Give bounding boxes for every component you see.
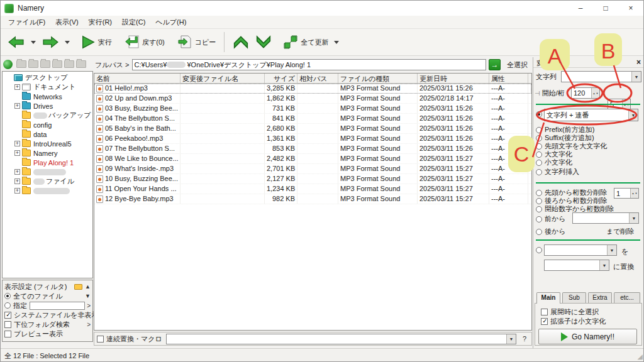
tree-item[interactable]: Networks xyxy=(3,92,92,101)
radio-capitalize[interactable] xyxy=(536,143,542,150)
tree-item[interactable]: +ファイル xyxy=(3,177,92,186)
help-button[interactable]: ? xyxy=(520,335,529,343)
expand-icon[interactable]: + xyxy=(14,103,20,109)
search-subfolders-option[interactable]: 下位フォルダ検索 > xyxy=(4,320,91,329)
hide-system-files-checkbox[interactable] xyxy=(4,312,11,319)
radio-uppercase[interactable] xyxy=(536,151,542,158)
menu-run[interactable]: 実行(R) xyxy=(84,16,117,29)
option-insert-string[interactable]: 文字列挿入 xyxy=(536,167,579,177)
file-row[interactable]: 01 Hello!.mp33,285 KBMP3 Format Sound202… xyxy=(94,84,531,94)
update-all-button[interactable]: 全て更新 xyxy=(280,33,331,51)
preview-option[interactable]: プレビュー表示 xyxy=(4,329,91,338)
column-name[interactable]: 名前 xyxy=(94,74,180,83)
radio-delete-from-start[interactable] xyxy=(536,190,542,196)
tree-item[interactable]: +ドキュメント xyxy=(3,82,92,92)
file-row[interactable]: 03 Busy, Buzzing Bee...731 KBMP3 Format … xyxy=(94,104,531,114)
menu-settings[interactable]: 設定(C) xyxy=(117,16,150,29)
column-type[interactable]: ファイルの種類 xyxy=(338,74,418,83)
tree-item[interactable]: config xyxy=(3,120,92,129)
delete-before-combobox[interactable] xyxy=(572,212,639,224)
file-row[interactable]: 07 The Bellybutton S...853 KBMP3 Format … xyxy=(94,144,531,154)
specify-more-icon[interactable]: > xyxy=(87,302,91,309)
folder-shortcut-1-icon[interactable] xyxy=(16,60,26,68)
select-all-on-expand-checkbox[interactable] xyxy=(541,309,548,315)
option-delete-after[interactable]: 後から xyxy=(536,227,566,236)
radio-lowercase[interactable] xyxy=(536,160,542,166)
start-number-spinner[interactable]: 120 xyxy=(571,87,600,99)
menu-help[interactable]: ヘルプ(H) xyxy=(150,16,191,29)
panel-close-icon[interactable]: × xyxy=(636,58,641,67)
hide-system-files-option[interactable]: システムファイルを非表示 xyxy=(4,310,91,319)
menu-view[interactable]: 表示(V) xyxy=(50,16,84,29)
string-sequence-combobox[interactable]: 文字列 + 連番 xyxy=(544,109,638,121)
file-row[interactable]: 08 We Like to Bounce...2,482 KBMP3 Forma… xyxy=(94,154,531,164)
folder-shortcut-4-icon[interactable] xyxy=(52,60,62,68)
string-combobox[interactable] xyxy=(561,71,641,82)
tree-item[interactable]: +Drives xyxy=(3,101,92,111)
path-input[interactable]: C:¥Users¥ ¥OneDrive¥デスクトップ¥Play Along! 1 xyxy=(132,59,486,70)
go-to-path-button[interactable]: → xyxy=(489,59,501,70)
radio-replace[interactable] xyxy=(536,247,542,253)
preview-checkbox[interactable] xyxy=(4,331,11,337)
tree-item[interactable]: デスクトップ xyxy=(3,73,92,82)
folder-shortcut-5-icon[interactable] xyxy=(64,60,74,68)
collapse-icon[interactable]: ▲ xyxy=(85,283,91,290)
run-button[interactable]: 実行 xyxy=(77,33,115,52)
move-down-button[interactable] xyxy=(252,33,275,52)
move-up-button[interactable] xyxy=(230,33,252,52)
forward-dropdown-icon[interactable] xyxy=(65,41,70,44)
folder-shortcut-2-icon[interactable] xyxy=(28,60,38,68)
tree-item[interactable]: + xyxy=(3,186,92,195)
tree-item[interactable]: +IntroUnreal5 xyxy=(3,139,92,148)
tree-item[interactable]: data xyxy=(3,129,92,139)
expand-icon[interactable]: + xyxy=(14,150,20,156)
option-replace[interactable] xyxy=(536,247,545,253)
search-subfolders-checkbox[interactable] xyxy=(4,321,11,328)
column-size[interactable]: サイズ xyxy=(265,74,297,83)
folder-shortcut-3-icon[interactable] xyxy=(40,60,50,68)
copy-button[interactable]: コピー xyxy=(174,33,219,51)
go-namery-button[interactable]: Go Namery!! xyxy=(538,329,637,344)
expand-icon[interactable]: + xyxy=(14,84,20,90)
specify-input[interactable] xyxy=(30,302,85,310)
tab-main[interactable]: Main xyxy=(536,292,560,304)
lowercase-extension-checkbox[interactable] xyxy=(541,318,548,325)
macro-combobox[interactable] xyxy=(166,334,516,344)
select-all-button[interactable]: 全選択 xyxy=(503,59,531,71)
radio-prefix[interactable] xyxy=(536,127,542,133)
filter-folder-icon[interactable] xyxy=(74,284,82,290)
replace-target-combobox[interactable] xyxy=(544,260,609,271)
radio-string-sequence[interactable] xyxy=(536,111,542,118)
update-all-dropdown-icon[interactable] xyxy=(334,41,339,44)
radio-specify[interactable] xyxy=(4,302,11,309)
subfolders-more-icon[interactable]: > xyxy=(87,321,91,328)
tree-item[interactable]: Play Along! 1 xyxy=(3,158,92,167)
file-row[interactable]: 02 Up and Down.mp31,862 KBMP3 Format Sou… xyxy=(94,94,531,104)
insert-position-spinner[interactable]: 1 xyxy=(614,188,639,199)
forward-button[interactable] xyxy=(38,34,62,50)
close-button[interactable]: × xyxy=(618,1,643,16)
filter-option-specify[interactable]: 指定 > xyxy=(4,301,91,310)
tab-sub[interactable]: Sub xyxy=(562,292,586,303)
radio-insert-string[interactable] xyxy=(536,169,542,175)
radio-delete-after[interactable] xyxy=(536,229,542,235)
tree-item[interactable]: バックアップ xyxy=(3,111,92,120)
filter-dropdown-icon[interactable]: ▼ xyxy=(85,293,91,299)
file-row[interactable]: 09 What's Inside-.mp32,701 KBMP3 Format … xyxy=(94,164,531,174)
radio-delete-from-digit[interactable] xyxy=(536,206,542,212)
filter-option-all[interactable]: 全てのファイル ▼ xyxy=(4,292,91,300)
namery-clover-icon[interactable] xyxy=(3,60,13,69)
expand-icon[interactable]: + xyxy=(14,169,20,175)
file-row[interactable]: 12 Bye-Bye Baby.mp3982 KBMP3 Format Soun… xyxy=(94,194,531,204)
tree-item[interactable]: + xyxy=(3,167,92,177)
tree-item[interactable]: +Namery xyxy=(3,148,92,158)
tab-extra[interactable]: Extra xyxy=(588,292,612,303)
expand-icon[interactable]: + xyxy=(14,178,20,184)
radio-all-files[interactable] xyxy=(4,293,11,299)
file-row[interactable]: 06 Peekaboo!.mp31,361 KBMP3 Format Sound… xyxy=(94,134,531,144)
expand-icon[interactable]: + xyxy=(14,141,20,146)
pin-icon[interactable]: ⊣ xyxy=(535,90,540,97)
option-delete-before[interactable]: 前から xyxy=(536,214,566,224)
radio-delete-before[interactable] xyxy=(536,216,542,222)
menu-file[interactable]: ファイル(F) xyxy=(3,16,50,29)
